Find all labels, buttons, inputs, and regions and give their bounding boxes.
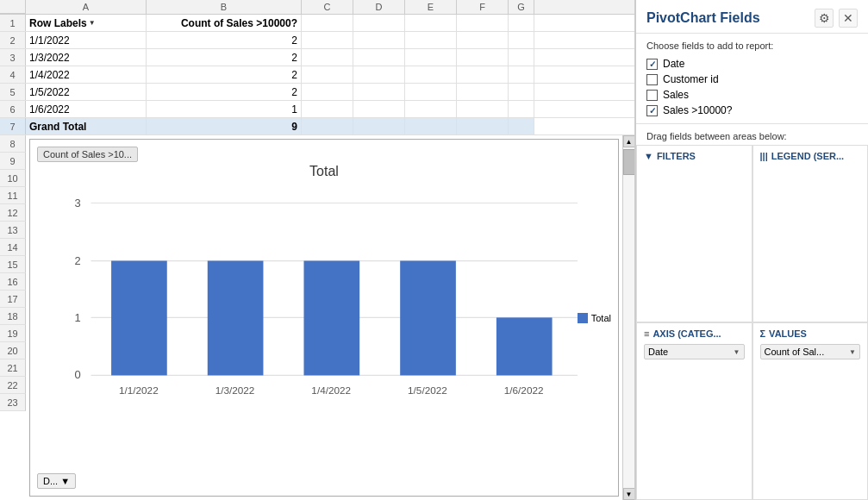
row-num: 11	[0, 187, 26, 204]
legend-empty-area[interactable]	[760, 166, 861, 201]
axis-item-date[interactable]: Date ▼	[644, 344, 745, 359]
field-item-date[interactable]: ✓ Date	[646, 58, 858, 70]
cell-empty	[405, 66, 457, 83]
resize-handle-top[interactable]	[30, 140, 618, 143]
bar-4[interactable]	[400, 261, 456, 376]
row-num: 23	[0, 394, 26, 411]
bar-5[interactable]	[496, 317, 553, 375]
cell-date[interactable]: 1/6/2022	[26, 101, 147, 117]
field-item-sales[interactable]: Sales	[646, 89, 858, 101]
cell-empty	[353, 101, 405, 117]
cell-date[interactable]: 1/1/2022	[26, 32, 147, 48]
col-header-a[interactable]: A	[26, 0, 147, 14]
resize-handle-left[interactable]	[30, 140, 34, 496]
cell-empty	[509, 66, 534, 83]
field-checkbox-sales-gt10000[interactable]: ✓	[646, 105, 658, 116]
table-row: 4 1/4/2022 2	[0, 66, 634, 84]
cell-count[interactable]: 1	[147, 101, 302, 117]
table-row: 6 1/6/2022 1	[0, 101, 634, 118]
cell-count[interactable]: 2	[147, 66, 302, 83]
row-num: 21	[0, 359, 26, 377]
legend-label: LEGEND (SER...	[771, 151, 844, 161]
svg-text:1: 1	[75, 311, 81, 324]
bar-2[interactable]	[208, 261, 264, 376]
drop-zone-filters[interactable]: ▼ FILTERS	[636, 145, 752, 322]
cell-count[interactable]: 2	[147, 32, 302, 48]
cell-grand-total-value: 9	[147, 118, 302, 134]
field-label-sales-gt10000: Sales >10000?	[663, 104, 732, 116]
row-num: 22	[0, 377, 26, 394]
table-row: 1 Row Labels ▼ Count of Sales >10000?	[0, 15, 634, 32]
drop-zone-axis[interactable]: ≡ AXIS (CATEG... Date ▼	[636, 322, 752, 500]
spreadsheet-area: A B C D E F G 1 Row Labels ▼ Count of Sa…	[0, 0, 635, 500]
panel-title: PivotChart Fields	[646, 10, 760, 26]
cell-row-labels[interactable]: Row Labels ▼	[26, 15, 147, 31]
scroll-track[interactable]	[623, 147, 635, 488]
gear-button[interactable]: ⚙	[815, 9, 834, 28]
svg-text:1/3/2022: 1/3/2022	[215, 384, 255, 396]
cell-date[interactable]: 1/5/2022	[26, 84, 147, 100]
scroll-thumb[interactable]	[623, 149, 635, 175]
filter-icon: ▼	[644, 151, 653, 161]
cell-empty	[457, 66, 509, 83]
bar-3[interactable]	[303, 261, 359, 376]
field-checkbox-customer-id[interactable]	[646, 74, 658, 85]
row-num: 15	[0, 256, 26, 273]
filters-empty-area[interactable]	[644, 166, 745, 201]
col-header-b[interactable]: B	[147, 0, 302, 14]
drop-zone-values[interactable]: Σ VALUES Count of Sal... ▼	[752, 322, 869, 500]
legend-color-swatch	[578, 313, 588, 323]
values-label: VALUES	[769, 328, 807, 339]
field-label-date: Date	[663, 58, 684, 70]
dropdown-arrow-icon: ▼	[734, 348, 740, 356]
row-num: 7	[0, 118, 26, 134]
drop-zone-filters-header: ▼ FILTERS	[644, 151, 745, 161]
table-row: 3 1/3/2022 2	[0, 49, 634, 66]
drop-zones: ▼ FILTERS ||| LEGEND (SER... ≡ AXIS (CAT…	[636, 145, 868, 500]
col-header-c[interactable]: C	[302, 0, 353, 14]
row-num: 19	[0, 325, 26, 342]
axis-item-label: Date	[648, 347, 668, 357]
scroll-down-arrow[interactable]: ▼	[623, 488, 635, 500]
field-item-customer-id[interactable]: Customer id	[646, 73, 858, 85]
scroll-up-arrow[interactable]: ▲	[623, 135, 635, 147]
row-labels-dropdown[interactable]: Row Labels ▼	[29, 17, 96, 29]
cell-count[interactable]: 2	[147, 49, 302, 66]
bar-1[interactable]	[111, 261, 167, 376]
dropdown-arrow-icon: ▼	[60, 476, 70, 486]
row-num: 18	[0, 308, 26, 325]
row-num: 3	[0, 49, 26, 66]
cell-header-d	[353, 15, 405, 31]
fields-list: ✓ Date Customer id Sales ✓ Sales >10000?	[636, 54, 868, 123]
cell-empty	[353, 66, 405, 83]
svg-text:1/6/2022: 1/6/2022	[504, 384, 544, 396]
close-button[interactable]: ✕	[839, 9, 858, 28]
row-num: 12	[0, 204, 26, 222]
col-header-g[interactable]: G	[509, 0, 534, 14]
resize-handle-bottom[interactable]	[30, 492, 618, 496]
drop-zone-axis-header: ≡ AXIS (CATEG...	[644, 328, 745, 339]
field-checkbox-date[interactable]: ✓	[646, 59, 658, 70]
row-num: 2	[0, 32, 26, 48]
col-header-d[interactable]: D	[353, 0, 405, 14]
resize-handle-right[interactable]	[615, 140, 618, 496]
date-filter-button[interactable]: D... ▼	[37, 473, 76, 489]
col-header-e[interactable]: E	[405, 0, 457, 14]
cell-date[interactable]: 1/3/2022	[26, 49, 147, 66]
field-item-sales-gt10000[interactable]: ✓ Sales >10000?	[646, 104, 858, 116]
col-header-f[interactable]: F	[457, 0, 509, 14]
vertical-scrollbar[interactable]: ▲ ▼	[622, 135, 634, 500]
cell-count[interactable]: 2	[147, 84, 302, 100]
pivot-chart[interactable]: Count of Sales >10... Total 3 2 1 0	[29, 139, 619, 497]
table-row: 5 1/5/2022 2	[0, 84, 634, 101]
chart-legend: Total	[578, 313, 611, 323]
drop-zone-legend[interactable]: ||| LEGEND (SER...	[752, 145, 869, 322]
filters-label: FILTERS	[657, 151, 696, 161]
values-item-count[interactable]: Count of Sal... ▼	[760, 344, 861, 359]
field-label-sales: Sales	[663, 89, 689, 101]
cell-empty	[509, 84, 534, 100]
cell-date[interactable]: 1/4/2022	[26, 66, 147, 83]
cell-empty	[405, 32, 457, 48]
field-checkbox-sales[interactable]	[646, 90, 658, 101]
cell-empty	[302, 49, 353, 66]
